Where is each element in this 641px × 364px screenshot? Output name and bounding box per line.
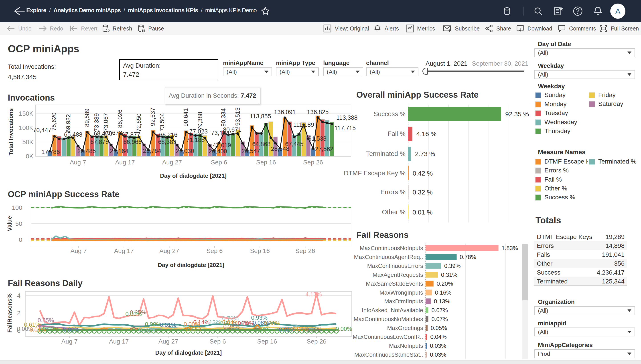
svg-text:0.01%: 0.01% (160, 322, 176, 328)
svg-text:0.39%: 0.39% (444, 262, 461, 269)
svg-text:Sep 16: Sep 16 (256, 159, 276, 166)
svg-text:Total Invocations: Total Invocations (8, 108, 14, 156)
svg-text:Sep 26: Sep 26 (295, 248, 315, 254)
svg-text:0.31%: 0.31% (441, 272, 458, 278)
svg-text:0.03%: 0.03% (430, 342, 446, 349)
svg-text:0.16%: 0.16% (435, 289, 452, 296)
svg-text:Day of dialogdate [2021]: Day of dialogdate [2021] (155, 349, 222, 356)
svg-text:0.05%: 0.05% (431, 324, 447, 331)
svg-text:0.78%: 0.78% (460, 254, 476, 260)
svg-text:71,188: 71,188 (186, 136, 205, 143)
svg-text:Sep 16: Sep 16 (257, 338, 277, 345)
svg-text:Sep 6: Sep 6 (210, 338, 226, 345)
svg-text:92,537: 92,537 (150, 108, 156, 126)
svg-text:MaxDtmfInputs: MaxDtmfInputs (384, 298, 423, 304)
svg-text:21,164: 21,164 (110, 148, 128, 154)
svg-text:2: 2 (17, 310, 20, 316)
svg-text:DTMF Escape Key %: DTMF Escape Key % (344, 170, 406, 177)
svg-text:80,671: 80,671 (223, 126, 242, 133)
svg-text:1.83%: 1.83% (502, 245, 518, 252)
svg-text:MaxContinuousNoInputs: MaxContinuousNoInputs (360, 245, 423, 252)
svg-text:Aug 7: Aug 7 (70, 248, 87, 254)
svg-text:MaxContinuousNoMatches: MaxContinuousNoMatches (354, 316, 423, 322)
svg-text:Aug 17: Aug 17 (114, 248, 134, 254)
svg-text:111,189: 111,189 (293, 122, 314, 128)
svg-text:69,982: 69,982 (65, 114, 72, 132)
svg-text:73,504: 73,504 (159, 113, 166, 132)
svg-text:50K: 50K (22, 138, 34, 146)
svg-text:0: 0 (19, 236, 22, 243)
svg-text:47,019: 47,019 (213, 142, 231, 149)
svg-text:Day of dialogdate [2021]: Day of dialogdate [2021] (160, 172, 226, 179)
svg-text:Aug 27: Aug 27 (159, 248, 179, 254)
svg-text:0.04%: 0.04% (430, 334, 447, 340)
svg-text:100K: 100K (19, 124, 34, 131)
svg-text:FailReasons%: FailReasons% (6, 294, 13, 333)
svg-text:Value: Value (6, 216, 13, 231)
svg-text:66,216: 66,216 (159, 132, 178, 138)
svg-text:Aug 27: Aug 27 (162, 159, 182, 166)
svg-text:Aug 7: Aug 7 (62, 338, 78, 345)
svg-text:0.02%: 0.02% (139, 326, 155, 333)
svg-text:0.03%: 0.03% (430, 351, 446, 358)
svg-text:67,878: 67,878 (90, 138, 109, 145)
svg-text:89,589: 89,589 (84, 108, 90, 127)
svg-text:67,445: 67,445 (285, 141, 304, 148)
svg-text:93,513: 93,513 (234, 108, 241, 126)
svg-text:0.01 %: 0.01 % (412, 209, 432, 216)
svg-text:Terminated %: Terminated % (366, 150, 406, 157)
svg-text:113,855: 113,855 (250, 113, 271, 120)
svg-text:Aug 7: Aug 7 (70, 159, 86, 166)
svg-text:66,966: 66,966 (123, 138, 142, 145)
svg-text:67,877: 67,877 (122, 131, 140, 138)
svg-text:Other %: Other % (382, 208, 406, 216)
svg-text:68,383: 68,383 (158, 138, 176, 145)
svg-text:4: 4 (17, 292, 20, 299)
svg-text:MaxContinuousLowConfR..: MaxContinuousLowConfR.. (353, 334, 423, 340)
svg-text:Aug 17: Aug 17 (109, 338, 129, 345)
svg-text:21,764: 21,764 (143, 148, 161, 154)
svg-text:0K: 0K (26, 153, 34, 160)
svg-text:0.00%: 0.00% (63, 326, 80, 333)
svg-text:0.20%: 0.20% (437, 280, 453, 287)
svg-text:MaxAgentRequests: MaxAgentRequests (372, 272, 423, 278)
svg-text:70,447: 70,447 (33, 127, 52, 134)
svg-text:21,030: 21,030 (176, 148, 194, 154)
svg-text:86,026: 86,026 (117, 110, 123, 128)
svg-text:90,334: 90,334 (220, 108, 227, 127)
svg-text:Day of dialogdate [2021]: Day of dialogdate [2021] (158, 262, 224, 268)
svg-text:0.13%: 0.13% (434, 298, 450, 304)
svg-text:Sep 6: Sep 6 (206, 248, 222, 254)
svg-text:InfoAsked_NotAvailable: InfoAsked_NotAvailable (362, 307, 423, 314)
svg-text:20,485: 20,485 (78, 148, 96, 154)
svg-text:MaxContinuousErrors: MaxContinuousErrors (367, 262, 423, 269)
svg-text:MaxWrongInputs: MaxWrongInputs (380, 289, 423, 296)
svg-text:0.26%: 0.26% (223, 323, 240, 330)
svg-text:0.32 %: 0.32 % (412, 189, 432, 196)
svg-text:0.42 %: 0.42 % (413, 170, 433, 177)
svg-text:20,400: 20,400 (209, 148, 227, 155)
svg-text:20,547: 20,547 (242, 148, 260, 154)
svg-text:4.16 %: 4.16 % (416, 130, 436, 138)
svg-text:MaxContinuousSameStat..: MaxContinuousSameStat.. (354, 351, 423, 358)
svg-text:MaxNoInputs: MaxNoInputs (389, 342, 423, 349)
svg-text:136,091: 136,091 (274, 109, 296, 116)
svg-text:0.30%: 0.30% (264, 320, 280, 326)
svg-text:MaxGreetings: MaxGreetings (387, 324, 423, 331)
svg-text:92.35 %: 92.35 % (505, 110, 529, 118)
svg-text:Sep 6: Sep 6 (211, 159, 227, 166)
svg-text:90,641: 90,641 (182, 108, 189, 126)
svg-text:Errors %: Errors % (380, 188, 406, 196)
svg-text:17,786: 17,786 (42, 149, 60, 155)
svg-text:50: 50 (15, 220, 22, 227)
svg-text:Fail %: Fail % (388, 130, 406, 137)
svg-text:100: 100 (12, 204, 22, 211)
svg-text:72,650: 72,650 (136, 114, 142, 132)
svg-text:MaxContinuousAgentReq..: MaxContinuousAgentReq.. (354, 254, 423, 260)
svg-text:0.07%: 0.07% (432, 316, 448, 322)
svg-text:73,067: 73,067 (102, 113, 109, 132)
svg-text:MaxSameStateEvents: MaxSameStateEvents (366, 280, 423, 287)
svg-text:150K: 150K (19, 110, 34, 117)
svg-text:Sep 16: Sep 16 (250, 248, 270, 254)
svg-text:2.73 %: 2.73 % (415, 150, 435, 158)
